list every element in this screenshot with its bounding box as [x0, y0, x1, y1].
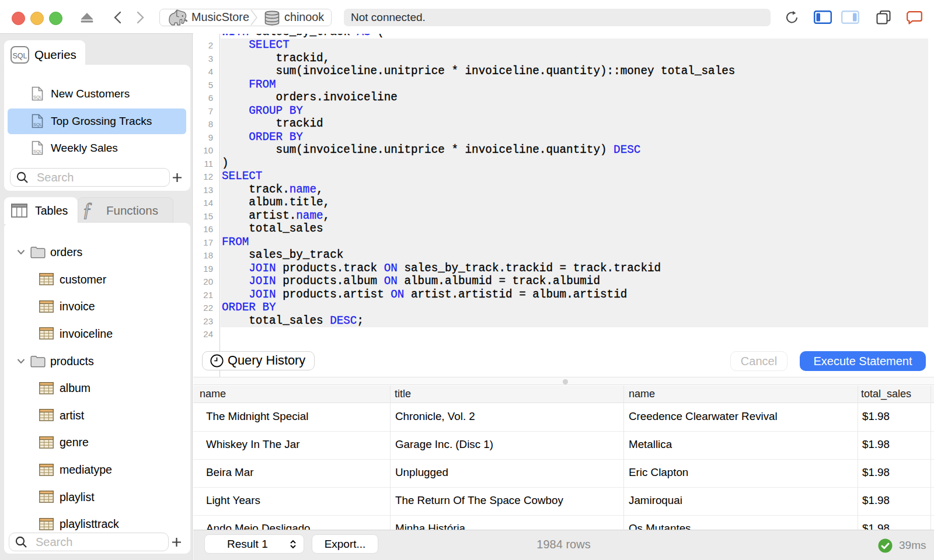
svg-text:SQL: SQL — [33, 122, 42, 127]
svg-text:SQL: SQL — [33, 94, 42, 100]
svg-text:SQL: SQL — [12, 52, 27, 60]
svg-text:SQL: SQL — [33, 149, 42, 154]
